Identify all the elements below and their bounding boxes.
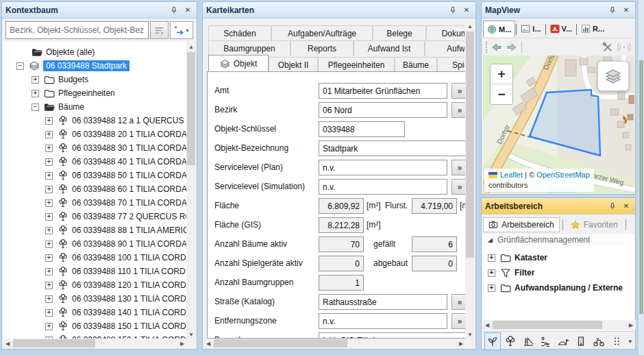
category-tree-button[interactable] <box>502 332 519 350</box>
tab-aufwand-ist[interactable]: Aufwand Ist <box>354 40 425 56</box>
back-button[interactable] <box>491 42 502 53</box>
entfernungszone-input[interactable] <box>319 313 447 329</box>
close-button[interactable] <box>461 5 472 16</box>
pin-button[interactable] <box>607 201 618 212</box>
expand-icon[interactable] <box>45 241 53 248</box>
tree-item[interactable]: 06 0339488 88 1 TILIA AMERIC <box>3 223 187 237</box>
expand-icon[interactable] <box>45 145 53 152</box>
category-bike-button[interactable] <box>591 332 607 350</box>
scrollbar-thumb[interactable] <box>187 52 195 165</box>
tab-video[interactable]: V... <box>547 21 576 37</box>
close-button[interactable] <box>621 201 632 212</box>
tree-root[interactable]: Objekte (alle) <box>3 45 187 59</box>
expand-icon[interactable] <box>45 227 53 234</box>
expand-icon[interactable] <box>45 199 53 207</box>
tab-aufwand-plan[interactable]: Aufwan <box>425 40 465 56</box>
tree-item[interactable]: 06 0339488 12 a 1 QUERCUS R <box>3 114 187 127</box>
close-button[interactable] <box>182 5 193 16</box>
tree-item[interactable]: 06 0339488 20 1 TILIA CORDA <box>3 127 187 141</box>
tab-baeume[interactable]: Bäume <box>395 57 437 72</box>
expand-icon[interactable] <box>45 158 53 166</box>
bezirk-lookup-button[interactable] <box>451 102 466 118</box>
scrollbar-thumb[interactable] <box>214 339 347 347</box>
zoom-out-button[interactable]: − <box>491 84 512 104</box>
tab-baumgruppen[interactable]: Baumgruppen <box>208 40 290 56</box>
group-header[interactable]: ◢ Grünflächenmanagement <box>482 234 626 246</box>
forward-button[interactable] <box>506 42 517 53</box>
category-playground-button[interactable] <box>537 332 554 350</box>
expand-icon[interactable] <box>32 76 39 84</box>
category-greenspace-button[interactable] <box>484 332 501 350</box>
expand-icon[interactable] <box>45 295 53 303</box>
tree-item[interactable]: 06 0339488 40 1 TILIA CORDA <box>3 155 187 169</box>
tab-schaeden[interactable]: Schäden <box>208 25 271 40</box>
osm-link[interactable]: OpenStreetMap <box>536 171 590 179</box>
tab-aufgaben-auftraege[interactable]: Aufgaben/Aufträge <box>271 25 373 40</box>
strasse-input[interactable] <box>319 294 447 310</box>
tree-item[interactable]: 06 0339488 150 1 TILIA CORD <box>3 319 187 333</box>
servicelevel-simulation-input[interactable] <box>319 179 447 195</box>
expand-icon[interactable] <box>488 269 495 277</box>
collapse-icon[interactable] <box>32 103 39 111</box>
tree-item[interactable]: 06 0339488 50 1 TILIA CORDA <box>3 169 187 182</box>
entfernungszone-lookup-button[interactable] <box>451 313 466 329</box>
expand-icon[interactable] <box>45 268 53 276</box>
tree-item[interactable]: 06 0339488 120 1 TILIA CORD <box>3 278 187 292</box>
expand-icon[interactable] <box>45 213 53 221</box>
vertical-scrollbar[interactable] <box>625 234 634 320</box>
tree-item[interactable]: 06 0339488 90 1 TILIA CORDA <box>3 237 187 251</box>
pin-button[interactable] <box>169 5 179 16</box>
search-input[interactable] <box>5 21 149 39</box>
zoom-in-button[interactable]: + <box>491 64 512 84</box>
servicelevel-plan-input[interactable] <box>319 160 447 175</box>
collapse-icon[interactable] <box>16 62 24 70</box>
objekt-schluessel-input[interactable] <box>319 121 405 137</box>
workspace-item-aufwandsplanung[interactable]: Aufwandsplanung / Externe V <box>482 280 626 295</box>
expand-icon[interactable] <box>45 282 53 289</box>
horizontal-scrollbar[interactable]: ◀ ▶ <box>3 339 187 348</box>
tree-item-baeume[interactable]: Bäume <box>3 100 187 114</box>
tree-item[interactable]: 06 0339488 140 1 TILIA CORD <box>3 306 187 319</box>
horizontal-scrollbar[interactable]: ◀ ▶ <box>203 339 466 348</box>
expand-icon[interactable] <box>488 284 495 292</box>
horizontal-scrollbar[interactable]: ◀ ▶ <box>482 320 636 330</box>
bezirk-input[interactable] <box>319 102 447 118</box>
category-slide-button[interactable] <box>520 332 536 350</box>
strasse-lookup-button[interactable] <box>451 294 466 310</box>
expand-icon[interactable] <box>45 172 53 180</box>
navigate-button[interactable]: ▾ <box>170 21 193 39</box>
category-building-button[interactable] <box>573 332 589 350</box>
tab-map[interactable]: M... <box>483 21 515 37</box>
expand-icon[interactable] <box>45 323 53 330</box>
gps-signal-button[interactable] <box>617 42 631 53</box>
expand-icon[interactable] <box>45 131 53 138</box>
servicelevel-plan-lookup-button[interactable] <box>451 160 466 175</box>
tree-item[interactable]: 06 0339488 70 1 TILIA CORDA <box>3 196 187 210</box>
close-button[interactable] <box>621 5 632 16</box>
objekt-bezeichnung-input[interactable] <box>319 140 466 156</box>
expand-icon[interactable] <box>45 254 53 262</box>
workspace-item-filter[interactable]: Filter <box>482 265 626 280</box>
map-canvas[interactable]: Dorfstr Dorfstr Schwarzer Weg + − Leafle… <box>483 56 634 193</box>
tab-arbeitsbereich[interactable]: Arbeitsbereich <box>483 217 560 232</box>
scrollbar-thumb[interactable] <box>466 32 474 258</box>
tree-item-stadtpark[interactable]: 06 0339488 Stadtpark <box>3 59 187 73</box>
scrollbar-thumb[interactable] <box>493 321 602 329</box>
amt-input[interactable] <box>319 83 447 99</box>
category-more-button[interactable] <box>608 332 625 350</box>
tab-images[interactable]: I... <box>517 21 544 37</box>
tree-item[interactable]: 06 0339488 130 1 TILIA CORD <box>3 292 187 306</box>
toolbar-overflow-button[interactable]: ▾ <box>626 338 635 345</box>
tree-item-budgets[interactable]: Budgets <box>3 73 187 86</box>
amt-lookup-button[interactable] <box>451 83 466 99</box>
tree-item[interactable]: 06 0339488 30 1 TILIA CORDA <box>3 141 187 155</box>
tree-item[interactable]: 06 0339488 100 1 TILIA CORD <box>3 251 187 265</box>
layers-control-button[interactable] <box>597 61 629 91</box>
workspace-item-kataster[interactable]: Kataster <box>482 250 626 265</box>
tab-reports[interactable]: R... <box>578 21 608 37</box>
bemerkung-input[interactable] <box>319 332 466 339</box>
tree-item[interactable]: 06 0339488 110 1 TILIA CORD <box>3 265 187 278</box>
tools-button[interactable] <box>602 42 613 53</box>
servicelevel-simulation-lookup-button[interactable] <box>451 179 466 195</box>
expand-icon[interactable] <box>45 117 53 125</box>
